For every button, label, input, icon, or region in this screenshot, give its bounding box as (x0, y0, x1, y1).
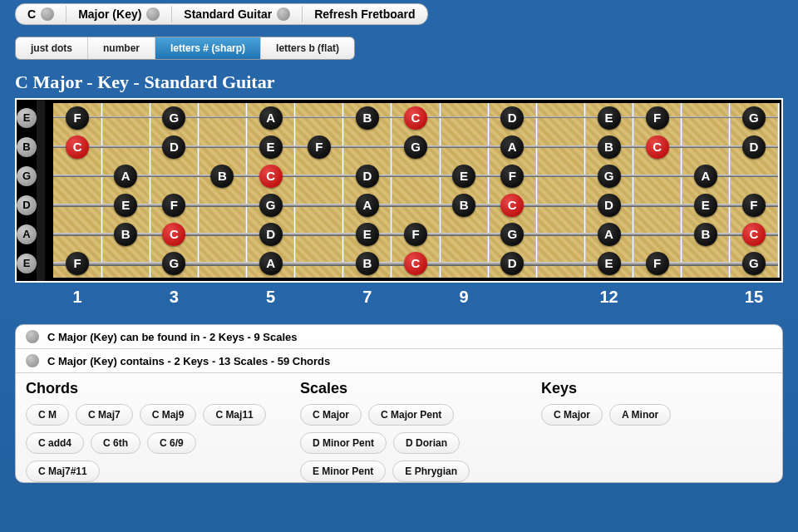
tab-just-dots[interactable]: just dots (16, 37, 88, 59)
fret-note[interactable]: B (356, 252, 379, 275)
fretboard[interactable]: FGABCDEFGCDEFGABCDABCDEFGAEFGABCDEFBCDEF… (53, 103, 778, 278)
fret-note[interactable]: G (598, 165, 621, 188)
instrument-value: Standard Guitar (184, 7, 272, 21)
fret-number: 15 (745, 288, 763, 307)
fret-note[interactable]: E (694, 194, 717, 217)
tab-letters-flat[interactable]: letters b (flat) (261, 37, 354, 59)
fret-note[interactable]: G (404, 135, 427, 159)
chords-pill-row: C MC Maj7C Maj9C Maj11C add4C 6thC 6/9C … (26, 404, 275, 482)
fret-note[interactable]: C (162, 223, 185, 246)
found-in-text: C Major (Key) can be found in - 2 Keys -… (47, 331, 298, 343)
fret-note[interactable]: D (742, 135, 766, 159)
fret-note[interactable]: E (114, 194, 137, 217)
fret-note[interactable]: G (500, 223, 524, 246)
found-in-row[interactable]: C Major (Key) can be found in - 2 Keys -… (16, 325, 782, 349)
key-pill[interactable]: A Minor (609, 404, 671, 426)
fret-note[interactable]: F (66, 252, 89, 275)
fret-note[interactable]: D (356, 165, 379, 188)
scales-heading: Scales (300, 380, 516, 397)
fret-note[interactable]: E (452, 165, 475, 188)
fret-note[interactable]: F (500, 165, 524, 188)
fret-number: 5 (266, 288, 275, 307)
fret-note[interactable]: C (259, 165, 283, 188)
scale-pill[interactable]: D Minor Pent (300, 432, 387, 454)
fret-note[interactable]: F (404, 223, 427, 246)
fret-note[interactable]: C (66, 135, 89, 159)
fret-note[interactable]: C (404, 252, 427, 275)
fret-note[interactable]: G (162, 252, 185, 275)
fret-note[interactable]: E (356, 223, 379, 246)
fret-note[interactable]: C (742, 223, 766, 246)
fret-note[interactable]: B (598, 135, 621, 159)
fret-note[interactable]: G (259, 194, 283, 217)
fret-note[interactable]: A (598, 223, 621, 246)
fret-note[interactable]: B (356, 106, 379, 130)
scale-pill[interactable]: E Phrygian (392, 461, 470, 482)
fret-note[interactable]: D (500, 106, 524, 130)
fret-note[interactable]: B (210, 165, 234, 188)
fret-note[interactable]: A (500, 135, 524, 159)
chord-pill[interactable]: C Maj11 (203, 404, 265, 426)
chord-pill[interactable]: C Maj7 (76, 404, 133, 426)
instrument-selector[interactable]: Standard Guitar (177, 6, 297, 22)
bullet-dot-icon (26, 330, 39, 343)
chord-pill[interactable]: C 6th (91, 432, 140, 454)
contains-row[interactable]: C Major (Key) contains - 2 Keys - 13 Sca… (16, 349, 782, 373)
tab-number[interactable]: number (88, 37, 155, 59)
keys-heading: Keys (541, 380, 671, 397)
fret-note[interactable]: F (308, 135, 331, 159)
chord-pill[interactable]: C M (26, 404, 69, 426)
fret-note[interactable]: C (646, 135, 669, 159)
fret-note[interactable]: B (452, 194, 475, 217)
chord-pill[interactable]: C Maj9 (140, 404, 197, 426)
fret-note[interactable]: F (646, 252, 669, 275)
chords-column: Chords C MC Maj7C Maj9C Maj11C add4C 6th… (26, 377, 275, 482)
fret-note[interactable]: F (742, 194, 766, 217)
fret-note[interactable]: D (162, 135, 185, 159)
fret-note[interactable]: B (114, 223, 137, 246)
chord-pill[interactable]: C add4 (26, 432, 84, 454)
fret-note[interactable]: C (404, 106, 427, 130)
fret-note[interactable]: G (162, 106, 185, 130)
related-columns: Chords C MC Maj7C Maj9C Maj11C add4C 6th… (16, 373, 782, 482)
fret-note[interactable]: F (646, 106, 669, 130)
fret-note[interactable]: E (598, 106, 621, 130)
open-string-note: E (17, 254, 37, 273)
open-string-note: E (17, 108, 37, 128)
scale-pill[interactable]: C Major (300, 404, 362, 426)
fret-note[interactable]: D (500, 252, 524, 275)
fret-note[interactable]: A (259, 106, 283, 130)
fret-note[interactable]: E (259, 135, 283, 159)
fret-number: 9 (460, 288, 469, 307)
fret-note[interactable]: A (114, 165, 137, 188)
fret-note[interactable]: F (162, 194, 185, 217)
fret-note[interactable]: B (694, 223, 717, 246)
keys-pill-row: C MajorA Minor (541, 404, 671, 426)
fret-note[interactable]: G (742, 106, 766, 130)
scale-selector[interactable]: Major (Key) (71, 6, 166, 22)
scale-pill[interactable]: C Major Pent (368, 404, 454, 426)
fret-note[interactable]: D (598, 194, 621, 217)
fret-note[interactable]: G (742, 252, 766, 275)
chord-pill[interactable]: C 6/9 (147, 432, 196, 454)
fret-note[interactable]: A (356, 194, 379, 217)
refresh-button[interactable]: Refresh Fretboard (308, 6, 421, 22)
tab-letters-sharp[interactable]: letters # (sharp) (155, 37, 261, 59)
fret-note[interactable]: C (500, 194, 524, 217)
fret-number: 12 (599, 288, 618, 307)
key-pill[interactable]: C Major (541, 404, 603, 426)
fret-note[interactable]: E (598, 252, 621, 275)
chord-pill[interactable]: C Maj7#11 (26, 461, 100, 482)
fret-note[interactable]: F (66, 106, 89, 130)
dropdown-dot-icon (41, 7, 54, 21)
scale-pill[interactable]: E Minor Pent (300, 461, 386, 482)
fret-note[interactable]: D (259, 223, 283, 246)
scale-pill[interactable]: D Dorian (393, 432, 460, 454)
fret-note[interactable]: A (259, 252, 283, 275)
note-selector[interactable]: C (21, 6, 61, 22)
selection-toolbar: C Major (Key) Standard Guitar Refresh Fr… (15, 3, 428, 25)
fret-note[interactable]: A (694, 165, 717, 188)
open-string-column: EBGDAE (17, 100, 37, 281)
nut (37, 100, 45, 281)
open-string-note: B (17, 137, 37, 157)
